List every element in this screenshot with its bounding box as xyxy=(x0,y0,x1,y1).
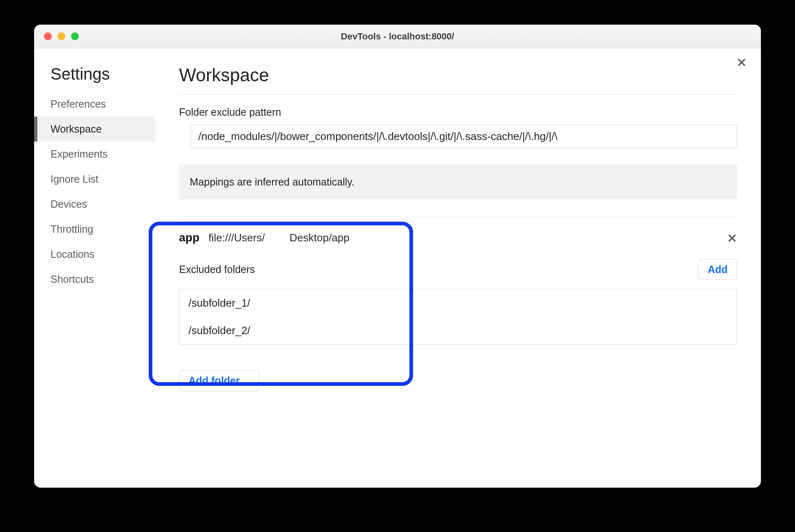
add-folder-row: Add folder… xyxy=(179,370,737,391)
devtools-settings-window: DevTools - localhost:8000/ Settings Pref… xyxy=(34,25,761,488)
sidebar-item-ignore-list[interactable]: Ignore List xyxy=(34,167,155,192)
separator xyxy=(179,217,737,217)
excluded-folders-label: Excluded folders xyxy=(179,264,255,275)
sidebar-item-shortcuts[interactable]: Shortcuts xyxy=(34,267,155,292)
add-excluded-folder-button[interactable]: Add xyxy=(698,259,737,280)
window-close-button[interactable] xyxy=(44,32,52,40)
remove-workspace-button[interactable] xyxy=(727,233,737,245)
settings-sidebar: Settings Preferences Workspace Experimen… xyxy=(34,48,155,488)
sidebar-item-throttling[interactable]: Throttling xyxy=(34,217,155,242)
settings-main: Workspace Folder exclude pattern Mapping… xyxy=(155,48,761,488)
workspace-path-part2: Desktop/app xyxy=(290,232,349,244)
exclude-pattern-input[interactable] xyxy=(191,125,737,148)
sidebar-item-preferences[interactable]: Preferences xyxy=(34,92,155,117)
window-minimize-button[interactable] xyxy=(57,32,65,40)
sidebar-item-devices[interactable]: Devices xyxy=(34,192,155,217)
excluded-folders-header: Excluded folders Add xyxy=(179,259,737,280)
excluded-folder-item[interactable]: /subfolder_2/ xyxy=(179,317,737,344)
exclude-pattern-label: Folder exclude pattern xyxy=(179,106,737,118)
window-zoom-button[interactable] xyxy=(71,32,79,40)
mappings-info-banner: Mappings are inferred automatically. xyxy=(179,165,737,200)
window-titlebar: DevTools - localhost:8000/ xyxy=(34,25,761,48)
close-icon xyxy=(737,58,746,67)
add-folder-button[interactable]: Add folder… xyxy=(179,370,260,391)
window-title: DevTools - localhost:8000/ xyxy=(34,31,761,42)
page-title: Workspace xyxy=(179,65,737,95)
sidebar-title: Settings xyxy=(34,65,155,92)
sidebar-item-workspace[interactable]: Workspace xyxy=(34,117,155,142)
sidebar-item-locations[interactable]: Locations xyxy=(34,242,155,267)
workspace-path-part1: file:///Users/ xyxy=(209,232,265,244)
content-area: Settings Preferences Workspace Experimen… xyxy=(34,48,761,488)
excluded-folders-list: /subfolder_1/ /subfolder_2/ xyxy=(179,289,737,345)
sidebar-item-experiments[interactable]: Experiments xyxy=(34,142,155,167)
close-settings-button[interactable] xyxy=(737,57,746,69)
traffic-lights xyxy=(34,32,79,40)
excluded-folder-item[interactable]: /subfolder_1/ xyxy=(179,289,737,317)
workspace-entry: app file:///Users/ Desktop/app Excluded … xyxy=(179,231,737,345)
workspace-entry-header: app file:///Users/ Desktop/app xyxy=(179,231,737,244)
workspace-path: file:///Users/ Desktop/app xyxy=(209,232,349,244)
close-icon xyxy=(727,233,737,243)
workspace-name: app xyxy=(179,231,200,244)
